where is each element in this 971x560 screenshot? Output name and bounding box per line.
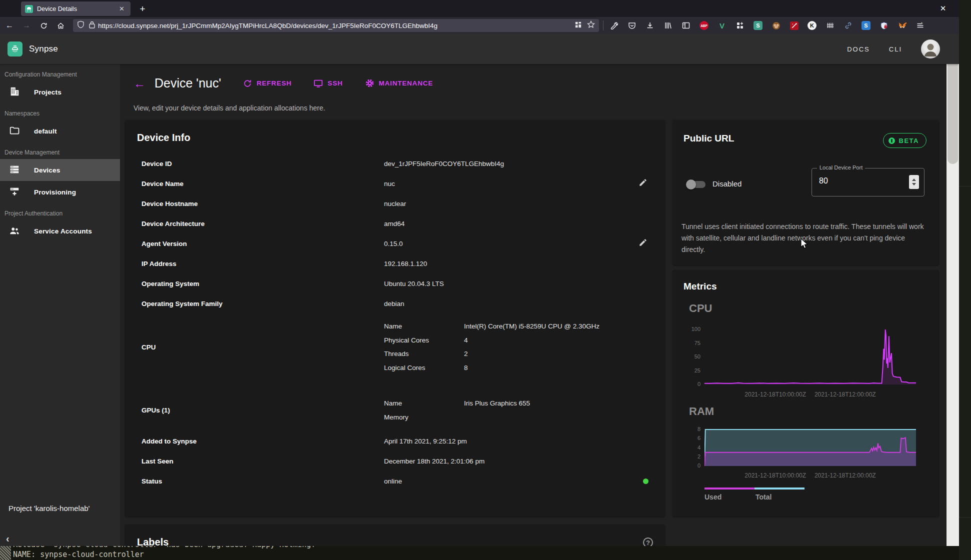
device-info-subrow: Logical Cores8 [384,361,648,375]
tampermonkey-icon[interactable] [768,19,784,32]
screenshot-wizard-icon[interactable] [786,19,802,32]
y-tick-label: 2 [680,454,700,460]
link-chain-icon[interactable] [840,19,856,32]
refresh-button[interactable]: REFRESH [243,79,292,88]
kagi-icon[interactable]: K [804,19,820,32]
legend-swatch-total[interactable] [754,488,804,490]
local-device-port-field[interactable]: Local Device Port 80 [812,168,924,196]
sidebar-item-default[interactable]: default [0,120,120,142]
browser-window: Device Details ✕ + ✕ ← → [0,0,959,546]
sidebar: Configuration ManagementProjectsNamespac… [0,64,120,546]
reload-icon[interactable] [36,19,51,32]
port-stepper[interactable] [909,175,919,189]
sidebar-panel-icon[interactable] [678,19,694,32]
toolbar-divider [603,20,604,30]
cpu-chart [704,328,916,388]
docs-link[interactable]: DOCS [847,46,870,53]
tab-close-icon[interactable]: ✕ [117,4,126,14]
public-url-toggle[interactable] [688,181,706,188]
device-info-row: Statusonline [125,471,665,491]
row-value: 0.15.0 [384,240,638,248]
legend-label: Used [704,493,722,501]
stepper-down-icon[interactable] [912,183,916,186]
wrench-icon[interactable] [606,19,622,32]
row-label: IP Address [142,260,384,268]
back-icon[interactable]: ← [2,19,17,32]
sidebar-project-label: Project 'karolis-homelab' [8,504,90,512]
edit-pencil-icon[interactable] [638,178,648,189]
x-tick-label: 2021-12-18T10:00:00Z [744,391,806,398]
shield-icon[interactable] [77,20,84,30]
fence-icon[interactable] [822,19,838,32]
mouse-cursor [800,238,811,252]
brand-name: Synpse [29,44,58,54]
row-label: Device Name [142,180,384,188]
row-label: Operating System [142,280,384,288]
app-bar: Synpse DOCS CLI [0,34,959,64]
url-text[interactable]: https://cloud.synpse.net/prj_1rJPCmmMp2A… [98,22,574,30]
synpse-logo[interactable] [8,42,22,56]
toggle-knob[interactable] [686,180,696,190]
device-info-card: Device Info Device IDdev_1rJPF5IeRoF0COY… [125,120,665,516]
device-info-subrow: NameIris Plus Graphics 655 [384,396,648,410]
url-bar[interactable]: https://cloud.synpse.net/prj_1rJPCmmMp2A… [73,19,599,32]
sidebar-section-label: Device Management [0,142,120,159]
sidebar-item-devices[interactable]: Devices [0,159,120,181]
back-arrow-icon[interactable]: ← [134,76,146,90]
menu-hamburger-icon[interactable] [912,19,928,32]
library-icon[interactable] [660,19,676,32]
download-icon[interactable] [642,19,658,32]
row-label: Agent Version [142,240,384,248]
row-value: online [384,478,643,485]
sidebar-item-label: Projects [34,88,62,96]
page-scrollbar[interactable] [946,34,959,546]
edit-pencil-icon[interactable] [638,238,648,249]
cpu-chart-label: CPU [689,302,712,315]
home-icon[interactable] [53,19,68,32]
sourcegraph-icon[interactable]: S [750,19,766,32]
ram-chart [704,428,916,469]
help-icon[interactable]: ? [643,538,653,546]
metamask-icon[interactable] [894,19,910,32]
pocket-icon[interactable] [624,19,640,32]
user-avatar[interactable] [921,40,940,58]
legend-swatch-used[interactable] [704,488,754,490]
new-tab-button[interactable]: + [136,2,149,16]
status-online-dot [643,478,648,484]
sidebar-item-provisioning[interactable]: Provisioning [0,181,120,203]
stepper-up-icon[interactable] [912,178,916,181]
row-value: nuc [384,180,638,188]
password-shield-icon[interactable] [876,19,892,32]
public-url-title: Public URL [684,133,734,144]
projects-icon [9,86,21,98]
row-value: nuclear [384,200,648,208]
app-grid-icon[interactable] [574,21,582,30]
sidebar-section-label: Namespaces [0,103,120,120]
window-close-icon[interactable]: ✕ [936,2,950,15]
forward-icon[interactable]: → [19,19,34,32]
subrow-value: 8 [464,364,468,372]
device-info-group-label: CPU [142,344,384,351]
row-value: dev_1rJPF5IeRoF0COY6TLGEhbwbI4g [384,160,648,168]
cli-link[interactable]: CLI [889,46,902,53]
sidebar-item-projects[interactable]: Projects [0,81,120,103]
extensions-icon[interactable] [732,19,748,32]
device-info-row: Operating SystemUbuntu 20.04.3 LTS [125,274,665,294]
new-releases-icon [888,138,895,144]
adblock-plus-icon[interactable]: ABP [696,19,712,32]
terminal-right-edge [959,0,971,560]
sidebar-collapse-icon[interactable]: ‹ [6,533,10,544]
port-field-value[interactable]: 80 [819,176,828,186]
synpse-app: Synpse DOCS CLI Configuration Management… [0,34,959,546]
row-label: Device Architecture [142,220,384,228]
lock-icon[interactable] [89,21,95,30]
tab-device-details[interactable]: Device Details ✕ [21,2,130,16]
bookmark-star-icon[interactable] [587,20,595,30]
maintenance-button[interactable]: MAINTENANCE [365,78,434,88]
vue-devtools-icon[interactable]: V [714,19,730,32]
shortkeys-icon[interactable]: S [858,19,874,32]
ram-chart-label: RAM [689,405,714,418]
sidebar-item-service-accounts[interactable]: Service Accounts [0,220,120,242]
row-label: Last Seen [142,458,384,465]
ssh-button[interactable]: SSH [314,79,342,88]
